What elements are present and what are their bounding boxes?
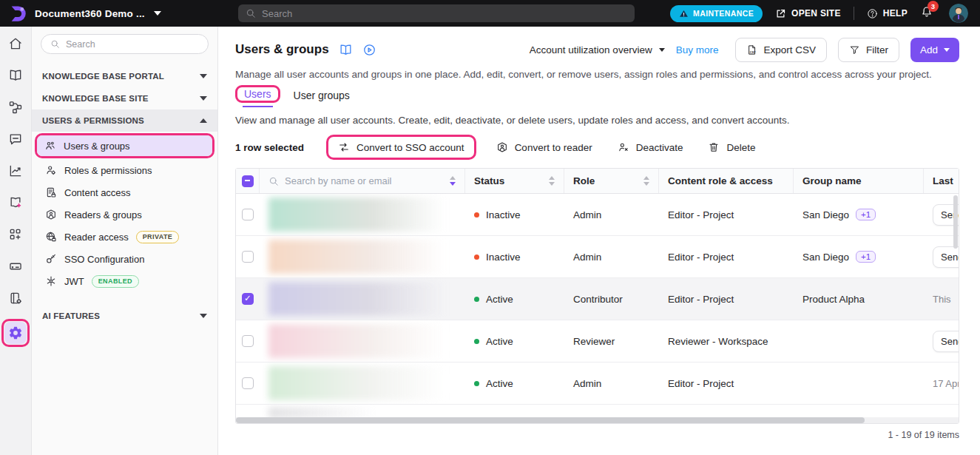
convert-to-sso-button[interactable]: Convert to SSO account (338, 141, 464, 153)
send-invite-button[interactable]: Send (933, 331, 959, 352)
vertical-scrollbar-thumb[interactable] (953, 195, 958, 249)
drive-icon[interactable] (4, 255, 27, 277)
site-settings-icon[interactable] (4, 287, 27, 309)
users-table: Status Role Content role & access Group … (235, 168, 959, 424)
document360-logo-icon[interactable] (7, 4, 27, 24)
filter-button[interactable]: Filter (838, 38, 899, 62)
row-checkbox[interactable] (242, 335, 254, 347)
feedback-icon[interactable] (4, 128, 27, 150)
redacted-user-name (268, 407, 387, 418)
table-row[interactable]: Inactive Admin Editor - Project San Dieg… (236, 236, 959, 278)
status-dot (474, 212, 479, 218)
question-circle-icon (867, 8, 878, 19)
tab-description: View and manage all user accounts. Creat… (235, 115, 959, 126)
key-icon (45, 253, 57, 265)
sidebar-item-jwt[interactable]: JWT ENABLED (38, 271, 212, 291)
notifications-button[interactable]: 3 (920, 5, 933, 21)
section-knowledge-base-site[interactable]: KNOWLEDGE BASE SITE (32, 87, 217, 109)
redacted-user-name (268, 366, 456, 400)
categories-icon[interactable] (4, 96, 27, 118)
sidebar-search-input[interactable] (66, 39, 199, 50)
table-row[interactable]: Active Reviewer Reviewer - Workspace Sen… (236, 320, 959, 363)
video-play-icon[interactable] (362, 43, 376, 57)
sidebar-item-roles-permissions[interactable]: Roles & permissions (38, 160, 212, 181)
row-checkbox-checked[interactable] (242, 293, 254, 305)
role-sort-control[interactable] (643, 173, 649, 189)
home-icon[interactable] (4, 33, 27, 55)
table-row-selected[interactable]: Active Contributor Editor - Project Prod… (236, 278, 959, 320)
name-sort-control[interactable] (450, 173, 456, 189)
send-invite-button[interactable]: Send (933, 246, 959, 268)
status-dot (474, 339, 479, 344)
redacted-user-name (268, 240, 456, 274)
section-ai-features[interactable]: AI FEATURES (32, 305, 217, 327)
row-checkbox[interactable] (242, 251, 254, 263)
column-last-login: Last (933, 175, 953, 186)
select-all-checkbox[interactable] (242, 175, 254, 187)
pagination-status: 1 - 19 of 19 items (235, 430, 959, 440)
redacted-user-name (268, 282, 456, 316)
redacted-user-name (268, 198, 456, 232)
group-count-badge[interactable]: +1 (856, 251, 876, 263)
convert-to-reader-button[interactable]: Convert to reader (496, 141, 592, 153)
sidebar-item-readers-groups[interactable]: Readers & groups (38, 204, 212, 225)
documentation-icon[interactable] (4, 64, 27, 87)
users-groups-annotation-box: Users & groups (35, 133, 214, 158)
chevron-up-icon (200, 115, 207, 123)
redacted-user-name (268, 324, 456, 358)
add-button[interactable]: Add (910, 38, 959, 62)
csv-file-icon: CSV (746, 44, 757, 55)
filter-funnel-icon (849, 44, 860, 55)
settings-sidebar: KNOWLEDGE BASE PORTAL KNOWLEDGE BASE SIT… (32, 27, 218, 455)
last-login-text: This (933, 294, 951, 305)
row-checkbox[interactable] (242, 377, 254, 389)
widgets-icon[interactable] (4, 223, 27, 246)
private-badge: PRIVATE (136, 231, 179, 243)
user-avatar[interactable] (949, 4, 968, 23)
tab-user-groups[interactable]: User groups (292, 85, 351, 107)
account-utilization-dropdown[interactable]: Account utilization overview (530, 44, 665, 55)
project-caret-icon[interactable] (154, 11, 161, 19)
row-checkbox[interactable] (242, 209, 254, 220)
horizontal-scrollbar-thumb[interactable] (236, 417, 865, 423)
sidebar-item-sso-configuration[interactable]: SSO Configuration (38, 249, 212, 269)
docs-book-icon[interactable] (339, 43, 353, 57)
section-users-permissions[interactable]: USERS & PERMISSIONS (32, 109, 217, 132)
buy-more-link[interactable]: Buy more (676, 44, 719, 55)
analytics-icon[interactable] (4, 160, 27, 182)
maintenance-badge[interactable]: MAINTENANCE (670, 5, 763, 22)
export-csv-button[interactable]: CSV Export CSV (735, 38, 827, 62)
status-sort-control[interactable] (549, 173, 555, 189)
convert-sso-annotation-box: Convert to SSO account (326, 135, 476, 160)
group-count-badge[interactable]: +1 (856, 209, 876, 220)
token-icon (45, 275, 57, 287)
sidebar-search[interactable] (41, 34, 209, 54)
open-site-button[interactable]: OPEN SITE (775, 8, 841, 19)
deactivate-button[interactable]: Deactivate (618, 141, 683, 153)
global-search-input[interactable] (262, 8, 627, 19)
settings-gear-icon[interactable] (4, 322, 27, 344)
horizontal-scrollbar-track[interactable] (236, 417, 959, 423)
globe-lock-icon (45, 231, 57, 243)
table-row[interactable]: Active Admin Editor - Project 17 Apr (236, 363, 959, 405)
sidebar-item-users-groups[interactable]: Users & groups (37, 135, 212, 156)
delete-button[interactable]: Delete (708, 141, 755, 153)
tab-users[interactable]: Users (243, 84, 273, 107)
table-row[interactable]: Inactive Admin Editor - Project San Dieg… (236, 194, 959, 236)
main-content: Users & groups Account utilization overv… (218, 27, 980, 455)
help-button[interactable]: HELP (867, 8, 908, 19)
table-search-cell[interactable] (260, 169, 465, 193)
section-knowledge-base-portal[interactable]: KNOWLEDGE BASE PORTAL (32, 65, 217, 87)
sidebar-item-reader-access[interactable]: Reader access PRIVATE (38, 226, 212, 247)
trash-icon (708, 141, 720, 153)
table-search-input[interactable] (285, 175, 444, 186)
search-icon (246, 8, 256, 18)
search-icon (268, 176, 279, 186)
project-switcher[interactable]: Document360 Demo ... (35, 8, 145, 19)
chevron-down-icon (944, 48, 950, 55)
global-search[interactable] (238, 4, 635, 22)
enabled-badge: ENABLED (92, 275, 139, 288)
sidebar-item-content-access[interactable]: Content access (38, 182, 212, 203)
ai-book-icon[interactable] (4, 192, 27, 214)
chevron-down-icon (659, 48, 665, 55)
